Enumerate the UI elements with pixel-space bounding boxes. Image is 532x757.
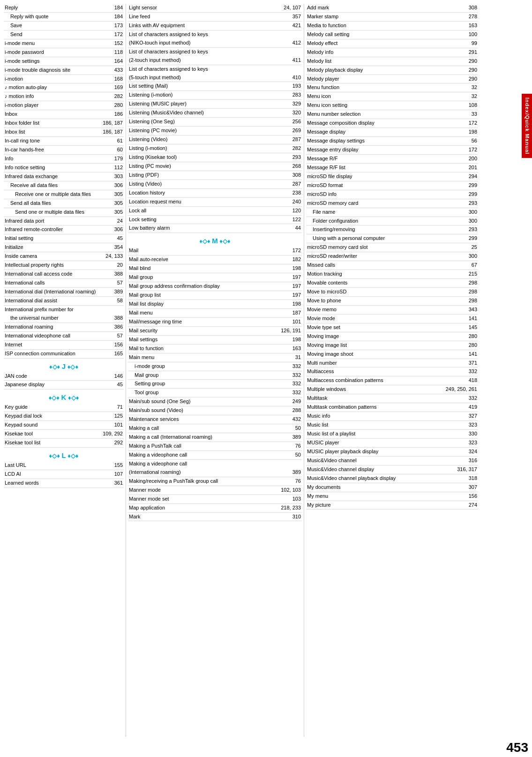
list-item: Send 172 — [4, 30, 124, 39]
list-item: microSD reader/writer 300 — [306, 252, 478, 261]
list-item: Learned words 361 — [4, 479, 124, 488]
list-item: Lock all 120 — [128, 207, 302, 216]
list-item: Making a PushTalk call 76 — [128, 442, 302, 451]
list-item: Movable contents 298 — [306, 279, 478, 288]
list-item: Marker stamp 278 — [306, 13, 478, 22]
list-item: Melody list 290 — [306, 57, 478, 66]
list-item: Infrared remote-controller 306 — [4, 225, 124, 234]
list-item: Receive all data files 306 — [4, 181, 124, 190]
list-item: i-mode password 118 — [4, 48, 124, 57]
list-item: Key guide 71 — [4, 403, 124, 412]
list-item: My picture 274 — [306, 501, 478, 510]
list-item: Mark 310 — [128, 513, 302, 522]
list-item: JAN code 146 — [4, 372, 124, 381]
list-item: Main/sub sound (Video) 288 — [128, 406, 302, 415]
list-item: Intellectual property rights 20 — [4, 261, 124, 270]
list-item: Send all data files 305 — [4, 199, 124, 208]
list-item: Movie memo 343 — [306, 306, 478, 315]
list-item: Listening (One Seg) 256 — [128, 118, 302, 127]
list-item: Music list of a playlist 330 — [306, 430, 478, 439]
list-item: Reply with quote 184 — [4, 13, 124, 22]
list-item: International roaming 386 — [4, 323, 124, 332]
list-item: Mail 172 — [128, 247, 302, 255]
list-item: Infrared data port 24 — [4, 217, 124, 226]
list-item: Movie mode 141 — [306, 315, 478, 323]
list-item: Making a call 50 — [128, 424, 302, 433]
list-item: Folder configuration 300 — [306, 217, 478, 226]
list-item: Internet 156 — [4, 341, 124, 350]
list-item: Music info 327 — [306, 412, 478, 421]
list-item: Add mark 308 — [306, 4, 478, 13]
list-item: Message composition display 172 — [306, 119, 478, 128]
column-1: Reply 184 Reply with quote 184 Save 173 … — [2, 4, 126, 737]
list-item: International videophone call 57 — [4, 332, 124, 341]
list-item: Move to phone 298 — [306, 297, 478, 306]
list-item: Music list 323 — [306, 421, 478, 430]
list-item: Listing (Kisekae tool) 293 — [128, 153, 302, 162]
list-item: Making a call (International roaming) 38… — [128, 433, 302, 442]
list-item: (5-touch input method) 410 — [128, 74, 302, 82]
list-item: Motion tracking 215 — [306, 270, 478, 279]
list-item: Mail menu 187 — [128, 309, 302, 318]
list-item: Multiaccess 332 — [306, 367, 478, 376]
list-item: My documents 307 — [306, 483, 478, 492]
list-item: Manner mode 102, 103 — [128, 486, 302, 495]
list-item: Inserting/removing 293 — [306, 225, 478, 234]
list-item: (2-touch input method) 411 — [128, 56, 302, 65]
list-item: Mail security 126, 191 — [128, 327, 302, 336]
list-item: Location request menu 240 — [128, 198, 302, 207]
list-item: Menu function 32 — [306, 83, 478, 92]
list-item: ♪ motion info 282 — [4, 92, 124, 101]
sidebar-label: Index/Quick Manual — [522, 94, 532, 158]
list-item: Inbox list 186, 187 — [4, 128, 124, 137]
list-item: Music&Video channel display 316, 317 — [306, 465, 478, 474]
list-item: Listing (i-motion) 282 — [128, 144, 302, 153]
list-item: MUSIC player playback display 324 — [306, 448, 478, 457]
list-item: Multitask 332 — [306, 394, 478, 403]
list-item: microSD info 299 — [306, 190, 478, 199]
list-item: International prefix number for — [4, 306, 124, 314]
list-item: microSD memory card 293 — [306, 199, 478, 208]
list-item: Making a videophone call 50 — [128, 451, 302, 460]
section-j-header: ♦◇♦ J ♦◇♦ — [4, 359, 124, 372]
list-item: Missed calls 67 — [306, 261, 478, 270]
list-item: Reply 184 — [4, 4, 124, 13]
column-3: Add mark 308 Marker stamp 278 Media to f… — [304, 4, 480, 737]
list-item: International dial (International roamin… — [4, 288, 124, 297]
list-item: Melody effect 99 — [306, 39, 478, 48]
list-item: Making a videophone call — [128, 460, 302, 468]
list-item: Listing (PDF) 308 — [128, 171, 302, 180]
list-item: Movie type set 145 — [306, 323, 478, 332]
list-item: Mail list display 198 — [128, 300, 302, 309]
list-item: i-motion player 280 — [4, 101, 124, 110]
list-item: Keypad dial lock 125 — [4, 412, 124, 421]
list-item: Receive one or multiple data files 305 — [4, 190, 124, 199]
list-item: Multiple windows 249, 250, 261 — [306, 385, 478, 394]
list-item: Initial setting 45 — [4, 234, 124, 243]
list-item: Maintenance services 432 — [128, 415, 302, 424]
list-item: Menu icon setting 108 — [306, 101, 478, 110]
list-item: International calls 57 — [4, 279, 124, 288]
list-item: the universal number 388 — [4, 314, 124, 323]
list-item: Tool group 332 — [128, 389, 302, 397]
list-item: i-mode group 332 — [128, 362, 302, 371]
list-item: Making/receiving a PushTalk group call 7… — [128, 477, 302, 486]
list-item: Mail group 197 — [128, 273, 302, 282]
list-item: Mail group 332 — [128, 371, 302, 380]
list-item: Main/sub sound (One Seg) 249 — [128, 397, 302, 406]
list-item: LCD AI 107 — [4, 470, 124, 479]
list-item: Message display 198 — [306, 128, 478, 137]
list-item: International dial assist 58 — [4, 297, 124, 306]
list-item: i-mode trouble diagnosis site 433 — [4, 66, 124, 75]
list-item: Listening (i-motion) 283 — [128, 91, 302, 100]
list-item: Moving image list 280 — [306, 341, 478, 350]
list-item: Mail auto-receive 182 — [128, 255, 302, 264]
list-item: Mail blind 198 — [128, 264, 302, 273]
list-item: microSD format 299 — [306, 181, 478, 190]
list-item: Listing (Video) 287 — [128, 180, 302, 189]
list-item: Music&Video channel 316 — [306, 457, 478, 465]
list-item: Save 173 — [4, 22, 124, 30]
list-item: Lock setting 122 — [128, 216, 302, 225]
list-item: File name 300 — [306, 208, 478, 217]
list-item: Message R/F list 201 — [306, 164, 478, 172]
